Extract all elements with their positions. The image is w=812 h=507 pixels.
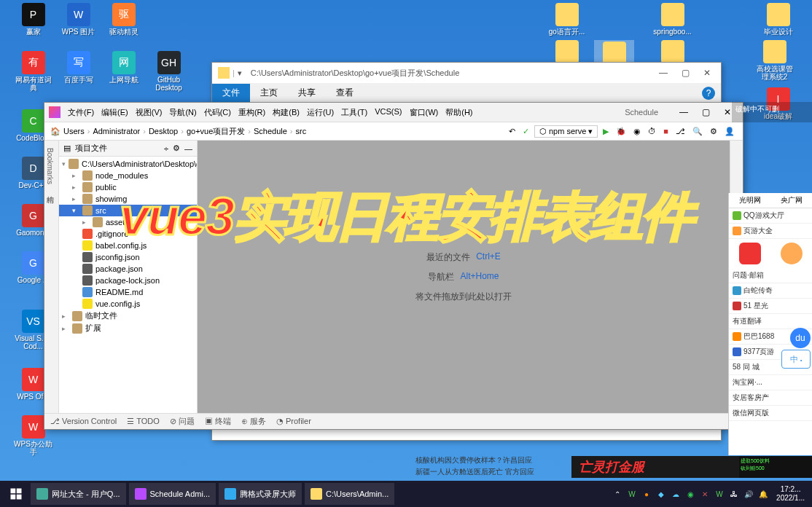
search-icon[interactable]: 🔍 (690, 127, 705, 136)
crumb[interactable]: Desktop (149, 127, 178, 135)
side-tab[interactable]: 央广网 (770, 193, 812, 208)
taskbar-clock[interactable]: 17:2... 2022/1... (772, 485, 809, 503)
menu-refactor[interactable]: 重构(R) (235, 106, 268, 119)
tool-profiler[interactable]: ◔ Profiler (276, 417, 311, 426)
side-tab[interactable]: 光明网 (729, 193, 770, 208)
menu-file[interactable]: 文件(F) (65, 106, 97, 119)
desktop-icon-github[interactable]: GHGitHub Desktop (149, 51, 189, 92)
tab-view[interactable]: 查看 (326, 84, 364, 102)
avatar-icon[interactable]: 👤 (722, 127, 737, 136)
game-icon[interactable] (739, 243, 761, 264)
crumb[interactable]: Users (63, 127, 85, 135)
side-link[interactable]: 微信网页版 (729, 406, 812, 421)
tool-problems[interactable]: ⊘ 问题 (170, 416, 195, 427)
tray-icon[interactable]: ☁ (670, 488, 682, 500)
game-ad-banner[interactable]: 亡灵打金服 (571, 456, 739, 478)
tray-icon[interactable]: ◆ (655, 488, 667, 500)
news-item[interactable]: 新疆一人从方舱送医后死亡 官方回应 (415, 466, 569, 478)
down-arrow-icon[interactable]: ▾ (235, 68, 245, 78)
side-link[interactable]: 问题·邮箱 (729, 268, 812, 283)
tool-todo[interactable]: ☰ TODO (127, 417, 159, 426)
left-tool-strip[interactable]: Bookmarks 结构 (44, 141, 59, 413)
tree-file[interactable]: README.md (59, 286, 197, 298)
close-button[interactable]: ✕ (696, 64, 718, 82)
taskbar-item[interactable]: Schedule Admi... (129, 483, 216, 505)
tree-root[interactable]: ▾C:\Users\Administrator\Desktop\g (59, 158, 197, 170)
tray-icon[interactable]: W (714, 488, 725, 500)
coverage-icon[interactable]: ◉ (631, 127, 643, 136)
ide-maximize[interactable]: ▢ (695, 103, 717, 121)
git-icon[interactable]: ⎇ (674, 127, 687, 136)
side-link[interactable]: 有道翻译 (729, 314, 812, 329)
gear-icon[interactable]: ⚙ (173, 144, 180, 153)
crumb[interactable]: go+vue项目开发 (187, 126, 245, 137)
crumb[interactable]: src (296, 127, 307, 135)
menu-view[interactable]: 视图(V) (133, 106, 165, 119)
menu-window[interactable]: 窗口(W) (407, 106, 442, 119)
tray-icon[interactable]: 🔔 (757, 488, 769, 500)
tree-file[interactable]: package-lock.json (59, 275, 197, 286)
menu-navigate[interactable]: 导航(N) (166, 106, 199, 119)
home-icon[interactable]: 🏠 (50, 127, 60, 136)
tray-icon[interactable]: ✕ (699, 488, 711, 500)
ide-titlebar[interactable]: 文件(F) 编辑(E) 视图(V) 导航(N) 代码(C) 重构(R) 构建(B… (44, 103, 743, 122)
tree-folder[interactable]: ▸node_modules (59, 170, 197, 181)
desktop-icon-baidu-hand[interactable]: 写百度手写 (58, 51, 98, 84)
tree-file[interactable]: vue.config.js (59, 298, 197, 310)
menu-code[interactable]: 代码(C) (201, 106, 234, 119)
desktop-icon-wps-pic[interactable]: WWPS 图片 (58, 3, 98, 36)
back-icon[interactable]: ↶ (507, 127, 518, 136)
explorer-titlebar[interactable]: | ▾ C:\Users\Administrator\Desktop\go+vu… (212, 63, 721, 83)
menu-build[interactable]: 构建(B) (270, 106, 302, 119)
news-item[interactable]: 核酸机构因欠费停收样本？许昌回应 (415, 455, 569, 466)
menu-help[interactable]: 帮助(H) (442, 106, 475, 119)
folder-graduation[interactable]: 毕业设计 (758, 3, 798, 36)
desktop-icon-youdao[interactable]: 有网易有道词典 (13, 51, 53, 92)
crumb[interactable]: Schedule (254, 127, 287, 135)
taskbar-item[interactable]: 网址大全 - 用户Q... (31, 483, 126, 505)
folder-springboot[interactable]: springboo... (652, 3, 692, 36)
desktop-icon-nav[interactable]: 网上网导航 (104, 51, 144, 84)
maximize-button[interactable]: ▢ (674, 64, 696, 82)
tool-services[interactable]: ⊕ 服务 (241, 416, 266, 427)
network-icon[interactable]: 🖧 (728, 488, 740, 500)
help-icon[interactable]: ? (702, 87, 715, 100)
side-link[interactable]: 页游大全 (729, 224, 812, 239)
tool-version-control[interactable]: ⎇ Version Control (50, 417, 117, 426)
tray-icon[interactable]: ● (641, 488, 652, 500)
side-link[interactable]: 淘宝网·... (729, 375, 812, 390)
tree-file[interactable]: package.json (59, 263, 197, 275)
folder-course-system[interactable]: 高校选课管理系统2 (754, 40, 795, 81)
ide-minimize[interactable]: — (673, 103, 695, 121)
ime-float[interactable]: 中 • (781, 350, 811, 369)
minimize-button[interactable]: — (652, 64, 674, 82)
taskbar-item[interactable]: C:\Users\Admin... (305, 483, 394, 505)
tray-icon[interactable]: W (626, 488, 638, 500)
taskbar-item[interactable]: 腾格式录屏大师 (219, 483, 302, 505)
address-bar[interactable]: C:\Users\Administrator\Desktop\go+vue项目开… (251, 68, 652, 79)
menu-edit[interactable]: 编辑(E) (98, 106, 131, 119)
tray-up-icon[interactable]: ⌃ (612, 488, 623, 500)
baidu-float-icon[interactable]: du (790, 328, 811, 348)
profile-icon[interactable]: ⏱ (646, 127, 658, 135)
side-link[interactable]: 51 星光 (729, 299, 812, 314)
run-icon[interactable]: ▶ (601, 127, 611, 136)
collapse-icon[interactable]: ÷ (164, 144, 168, 153)
side-link[interactable]: 安居客房产 (729, 390, 812, 406)
game-icon[interactable] (781, 243, 803, 264)
hide-icon[interactable]: — (184, 144, 192, 153)
menu-vcs[interactable]: VCS(S) (372, 106, 405, 119)
side-link[interactable]: 白蛇传奇 (729, 283, 812, 299)
side-link[interactable]: QQ游戏大厅 (729, 208, 812, 224)
crumb[interactable]: Administrator (93, 127, 140, 135)
stop-icon[interactable]: ■ (661, 127, 671, 135)
tab-share[interactable]: 共享 (288, 84, 326, 102)
tree-extensions[interactable]: ▸扩展 (59, 322, 197, 334)
project-header[interactable]: ▤项目文件 ÷ ⚙ — (59, 141, 197, 157)
tree-scratches[interactable]: ▸临时文件 (59, 310, 197, 322)
folder-go-lang[interactable]: go语言开... (547, 3, 587, 36)
run-config-dropdown[interactable]: ⬡ npm serve ▾ (534, 125, 598, 138)
start-button[interactable] (3, 483, 29, 505)
volume-icon[interactable]: 🔊 (743, 488, 754, 500)
settings-icon[interactable]: ⚙ (708, 127, 719, 136)
